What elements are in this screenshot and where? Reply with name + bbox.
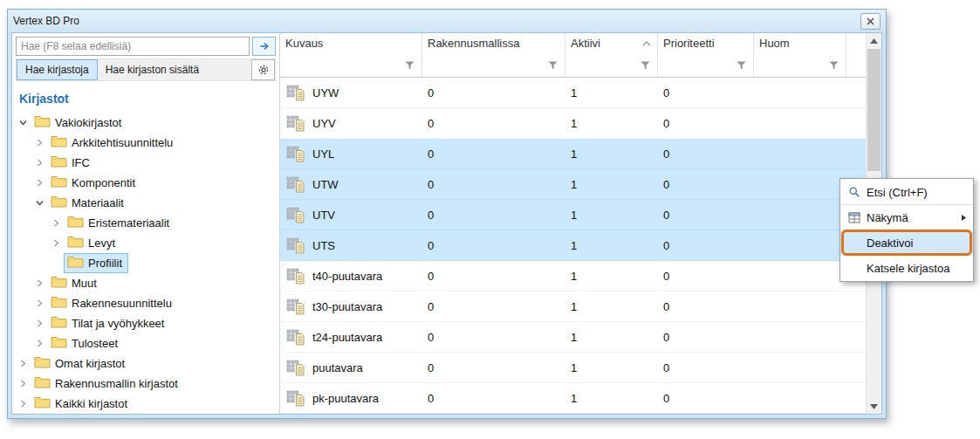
tree-item-tulosteet[interactable]: Tulosteet (12, 333, 279, 353)
tree-item-row: Materiaalit (47, 193, 130, 213)
row-rakennusmallissa: 0 (422, 239, 565, 252)
tree-chevron-icon[interactable] (32, 199, 47, 207)
tree-chevron-icon[interactable] (32, 279, 47, 287)
tree-item-row: Vakiokirjastot (31, 113, 127, 133)
tree-item-levyt[interactable]: Levyt (12, 233, 279, 253)
tab-hae-kirjaston-sisalta[interactable]: Hae kirjaston sisältä (98, 59, 207, 80)
table-row-puutavara[interactable]: puutavara 0 1 0 (280, 353, 867, 383)
column-header-rakennusmallissa[interactable]: Rakennusmallissa (422, 33, 565, 53)
column-header-huom[interactable]: Huom (754, 33, 846, 53)
tree-item-muut[interactable]: Muut (12, 273, 279, 293)
row-aktiivi: 1 (565, 117, 658, 130)
table-filter-row (280, 53, 867, 78)
tree-chevron-icon[interactable] (32, 159, 47, 167)
tree-item-profiilit[interactable]: Profiilit (12, 253, 279, 273)
column-header-label: Rakennusmallissa (428, 37, 520, 50)
table-row-t24-puutavara[interactable]: t24-puutavara 0 1 0 (280, 322, 867, 353)
tree-chevron-icon[interactable] (32, 139, 47, 147)
tree-item-omat-kirjastot[interactable]: Omat kirjastot (12, 353, 279, 374)
tree-item-komponentit[interactable]: Komponentit (12, 173, 279, 193)
tree-chevron-icon[interactable] (49, 239, 64, 247)
column-filter-prioriteetti[interactable] (658, 53, 754, 77)
tree-chevron-icon[interactable] (49, 259, 64, 267)
tree-chevron-icon[interactable] (32, 340, 47, 347)
table-row-utw[interactable]: UTW 0 1 0 (280, 169, 867, 200)
column-header-aktiivi[interactable]: Aktiivi (565, 33, 658, 53)
library-item-icon (286, 85, 305, 101)
table-row-uts[interactable]: UTS 0 1 0 (280, 230, 867, 261)
row-rakennusmallissa: 0 (422, 361, 565, 374)
filter-funnel-icon (736, 60, 747, 71)
column-header-prioriteetti[interactable]: Prioriteetti (658, 33, 754, 53)
folder-icon (51, 275, 67, 292)
tree-chevron-icon[interactable] (32, 319, 47, 327)
row-prioriteetti: 0 (658, 361, 754, 374)
tree-chevron-icon[interactable] (16, 400, 31, 408)
row-rakennusmallissa: 0 (422, 147, 565, 161)
table-row-uyl[interactable]: UYL 0 1 0 (280, 139, 867, 169)
submenu-arrow-icon (961, 214, 967, 222)
column-filter-kuvaus[interactable] (280, 53, 422, 77)
close-button[interactable] (860, 13, 881, 30)
tree-chevron-icon[interactable] (32, 179, 47, 187)
scrollbar-thumb[interactable] (867, 49, 881, 171)
row-aktiivi: 1 (565, 270, 658, 283)
folder-icon (51, 134, 67, 151)
column-header-kuvaus[interactable]: Kuvaus (280, 33, 422, 53)
tree-item-row: Kaikki kirjastot (31, 394, 134, 414)
title-bar[interactable]: Vertex BD Pro (8, 10, 886, 32)
settings-button[interactable] (251, 59, 275, 80)
scrollbar-up-button[interactable] (867, 33, 881, 48)
tree-chevron-icon[interactable] (49, 219, 64, 227)
row-rakennusmallissa: 0 (422, 300, 565, 313)
column-filter-rakennusmallissa[interactable] (422, 53, 565, 77)
tree-chevron-icon[interactable] (16, 119, 31, 127)
tree-chevron-icon[interactable] (16, 360, 31, 367)
tree-item-eristemateriaalit[interactable]: Eristemateriaalit (12, 213, 279, 233)
tree-item-label: Tilat ja vyöhykkeet (72, 317, 164, 330)
search-go-button[interactable] (252, 37, 276, 56)
menu-item-label: Näkymä (865, 211, 961, 224)
tree-chevron-icon[interactable] (32, 299, 47, 307)
filter-funnel-icon (828, 60, 840, 71)
scrollbar-down-button[interactable] (867, 399, 881, 414)
scroll-down-icon (870, 404, 878, 409)
tab-hae-kirjastoja[interactable]: Hae kirjastoja (17, 59, 98, 80)
view-icon (848, 212, 860, 223)
table-row-utv[interactable]: UTV 0 1 0 (280, 200, 867, 230)
tree-item-rakennesuunnittelu[interactable]: Rakennesuunnittelu (12, 293, 279, 313)
table-row-uyw[interactable]: UYW 0 1 0 (280, 78, 867, 108)
tree-chevron-icon[interactable] (16, 380, 31, 388)
menu-item-etsi-ctrl-f[interactable]: Etsi (Ctrl+F) (840, 181, 973, 203)
table-row-pk-puutavara[interactable]: pk-puutavara 0 1 0 (280, 383, 867, 414)
tree-item-ifc[interactable]: IFC (12, 153, 279, 173)
tree-item-arkkitehtisuunnittelu[interactable]: Arkkitehtisuunnittelu (12, 133, 279, 153)
library-item-icon (286, 115, 305, 132)
tree-item-row: Profiilit (64, 253, 128, 273)
tree-item-kaikki-kirjastot[interactable]: Kaikki kirjastot (12, 394, 279, 414)
menu-item-katsele-kirjastoa[interactable]: Katsele kirjastoa (840, 257, 973, 279)
library-sidebar: Hae kirjastoja Hae kirjaston sisältä Kir… (12, 33, 280, 414)
tree-item-row: IFC (47, 153, 96, 173)
menu-item-label: Deaktivoi (865, 237, 967, 250)
tree-item-label: Omat kirjastot (55, 357, 125, 370)
table-row-uyv[interactable]: UYV 0 1 0 (280, 108, 867, 139)
tree-item-tilat-ja-vy-hykkeet[interactable]: Tilat ja vyöhykkeet (12, 313, 279, 333)
menu-item-deaktivoi[interactable]: Deaktivoi (840, 231, 973, 254)
row-rakennusmallissa: 0 (422, 178, 565, 191)
row-prioriteetti: 0 (658, 300, 754, 313)
menu-item-n-kym[interactable]: Näkymä (840, 206, 973, 229)
menu-separator (841, 230, 972, 230)
tree-item-label: Rakennusmallin kirjastot (55, 377, 178, 390)
row-rakennusmallissa: 0 (422, 392, 565, 405)
table-row-t40-puutavara[interactable]: t40-puutavara 0 1 0 (280, 261, 867, 292)
column-filter-aktiivi[interactable] (565, 53, 658, 77)
table-row-t30-puutavara[interactable]: t30-puutavara 0 1 0 (280, 292, 867, 322)
tree-item-materiaalit[interactable]: Materiaalit (12, 193, 279, 213)
column-filter-huom[interactable] (754, 53, 846, 77)
tree-item-rakennusmallin-kirjastot[interactable]: Rakennusmallin kirjastot (12, 374, 279, 394)
search-input[interactable] (16, 37, 250, 56)
row-prioriteetti: 0 (658, 178, 754, 191)
tree-item-vakiokirjastot[interactable]: Vakiokirjastot (12, 113, 279, 133)
tree-item-row: Arkkitehtisuunnittelu (47, 133, 179, 153)
